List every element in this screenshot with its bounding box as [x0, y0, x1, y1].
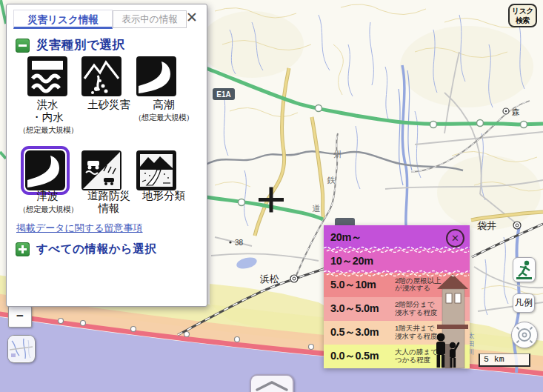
risk-search-button[interactable]: リスク 検索 — [508, 4, 537, 27]
current-location-button[interactable] — [511, 322, 538, 348]
tab-displayed-info[interactable]: 表示中の情報 — [113, 10, 187, 28]
minimap-button[interactable] — [7, 335, 36, 363]
data-notes-link[interactable]: 掲載データに関する留意事項 — [16, 222, 143, 235]
road-disaster-icon[interactable] — [81, 150, 121, 190]
label-flood: 洪水 ・内水 — [20, 99, 75, 124]
sublabel-flood-scale: （想定最大規模） — [7, 125, 90, 136]
storm-surge-icon[interactable] — [136, 56, 176, 96]
section-select-from-all[interactable]: すべての情報から選択 — [16, 242, 156, 257]
city-symbol-fukuroi — [513, 222, 521, 229]
zoom-out-button[interactable]: − — [8, 306, 32, 328]
disaster-info-panel: 災害リスク情報 表示中の情報 ✕ 災害種別で選択 — [6, 4, 207, 307]
label-road-disaster: 道路防災 情報 — [77, 190, 141, 215]
label-tsunami: 津波 — [20, 190, 75, 202]
tsunami-icon[interactable] — [25, 150, 65, 190]
label-landform: 地形分類 — [136, 190, 191, 202]
legend-row: 5.0～10m 2階の屋根以上が浸水する — [324, 273, 470, 296]
svg-text:道: 道 — [313, 204, 321, 213]
legend-row: 0.5～3.0m 1階天井まで浸水する程度 — [324, 321, 470, 345]
tsunami-selected-frame[interactable] — [21, 146, 70, 195]
label-hamamatsu: 浜松 — [260, 273, 279, 285]
compass-location-icon — [514, 325, 535, 345]
spot-elevation-dot — [229, 241, 231, 243]
section-select-by-disaster[interactable]: 災害種別で選択 — [16, 37, 124, 53]
tab-disaster-risk-info[interactable]: 災害リスク情報 — [13, 10, 113, 29]
sublabel-surge-scale: （想定最大規模） — [124, 113, 204, 123]
svg-text:E1A: E1A — [216, 90, 230, 99]
collapse-minus-icon[interactable] — [16, 39, 30, 53]
section-title: 災害種別で選択 — [36, 37, 124, 53]
svg-text:鉄: 鉄 — [327, 176, 336, 185]
legend-row: 0.0～0.5m 大人の膝までつかる程度 — [324, 345, 470, 368]
label-landslide: 土砂災害 — [77, 99, 141, 111]
expressway-badge: E1A — [213, 88, 235, 100]
evacuation-site-button[interactable] — [513, 257, 536, 282]
running-person-icon — [514, 259, 534, 281]
expand-plus-icon[interactable] — [16, 242, 30, 256]
tsunami-depth-legend: 20m～ 10～20m 5.0～10m 2階の屋根以上が浸水する 3.0～5.0… — [324, 225, 470, 368]
legend-row: 10～20m — [324, 249, 470, 273]
spot-elevation: 38 — [235, 239, 244, 247]
chevron-up-icon — [251, 379, 293, 392]
legend-close-icon[interactable]: ✕ — [446, 229, 464, 248]
landform-icon[interactable] — [136, 150, 176, 190]
label-mori: 森 — [512, 107, 520, 116]
map-scale-bar: 5 km — [479, 353, 530, 367]
close-icon[interactable]: ✕ — [183, 9, 201, 27]
section-title: すべての情報から選択 — [36, 242, 156, 257]
bottom-panel-toggle-button[interactable] — [250, 374, 294, 392]
city-symbol-hamamatsu — [290, 275, 298, 282]
landslide-icon[interactable] — [81, 56, 121, 96]
flood-icon[interactable] — [27, 56, 67, 96]
label-fukuroi: 袋井 — [477, 220, 496, 231]
minimap-thumbnail — [8, 336, 34, 362]
legend-row: 3.0～5.0m 2階部分まで浸水する程度 — [324, 297, 470, 321]
svg-text:州: 州 — [334, 150, 342, 159]
label-storm-surge: 高潮 — [136, 99, 191, 111]
legend-toggle-button[interactable]: 凡例 — [513, 293, 535, 313]
